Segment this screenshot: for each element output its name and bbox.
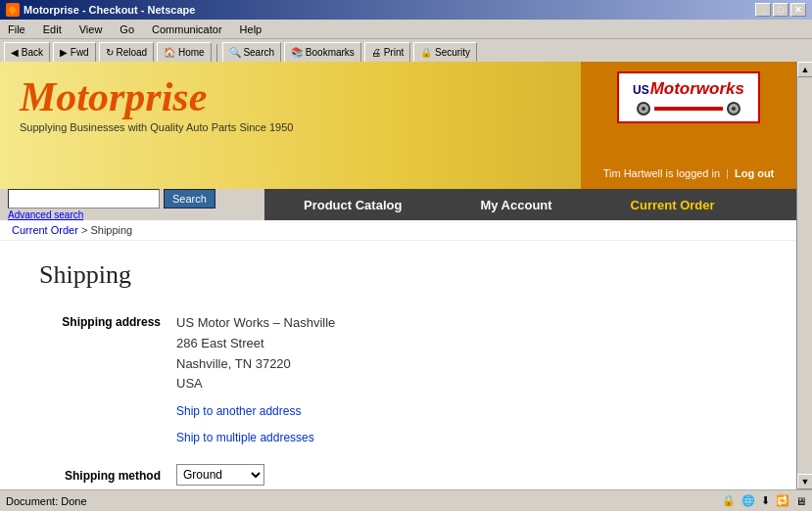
nav-links: Product Catalog My Account Current Order	[264, 189, 796, 220]
search-input[interactable]	[8, 189, 160, 209]
address-line2: 286 East Street	[176, 334, 335, 354]
status-icon-2: 🌐	[741, 494, 755, 507]
reload-button[interactable]: ↻ Reload	[99, 42, 154, 64]
ship-to-another-link[interactable]: Ship to another address	[176, 402, 335, 421]
toolbar-divider	[216, 44, 217, 62]
page-content: Shipping Shipping address US Motor Works…	[0, 241, 796, 489]
address-line3: Nashville, TN 37220	[176, 354, 335, 375]
shipping-address-row: Shipping address US Motor Works – Nashvi…	[39, 313, 757, 448]
shipping-address-label: Shipping address	[39, 313, 176, 329]
home-button[interactable]: 🏠 Home	[157, 42, 211, 64]
window-title: Motorprise - Checkout - Netscape	[24, 4, 195, 16]
nav-current-order[interactable]: Current Order	[592, 189, 754, 220]
statusbar: Document: Done 🔒 🌐 ⬇ 🔁 🖥	[0, 489, 812, 511]
menu-go[interactable]: Go	[116, 23, 138, 36]
page-header: Motorprise Supplying Businesses with Qua…	[0, 62, 796, 189]
shipping-address-value: US Motor Works – Nashville 286 East Stre…	[176, 313, 335, 448]
menu-communicator[interactable]: Communicator	[148, 23, 226, 36]
logout-link[interactable]: Log out	[735, 167, 774, 179]
us-text: US	[633, 83, 649, 97]
search-toolbar-button[interactable]: 🔍 Search	[222, 42, 281, 64]
us-motorworks-logo: US Motorworks	[617, 71, 760, 123]
shipping-method-label: Shipping method	[39, 467, 176, 483]
address-line4: USA	[176, 374, 335, 395]
nav-product-catalog[interactable]: Product Catalog	[264, 189, 441, 220]
status-icon-4: 🔁	[776, 494, 789, 507]
site-logo[interactable]: Motorprise	[20, 76, 561, 117]
status-icon-1: 🔒	[722, 494, 736, 507]
motorworks-text: Motorworks	[650, 79, 744, 99]
scrollbar-right: ▲ ▼	[796, 62, 812, 489]
login-text: Tim Hartwell is logged in	[603, 167, 720, 179]
status-icon-3: ⬇	[761, 494, 770, 507]
scroll-down-button[interactable]: ▼	[797, 474, 812, 489]
separator: |	[726, 167, 729, 179]
shipping-method-row: Shipping method Ground Express Overnight	[39, 464, 757, 486]
advanced-search-link[interactable]: Advanced search	[8, 209, 257, 220]
menu-help[interactable]: Help	[236, 23, 266, 36]
wheel-right-icon	[727, 102, 740, 116]
menu-file[interactable]: File	[4, 23, 29, 36]
site-tagline: Supplying Businesses with Quality Auto P…	[20, 121, 561, 133]
menubar: File Edit View Go Communicator Help	[0, 20, 812, 39]
breadcrumb-shipping: Shipping	[90, 224, 132, 236]
bookmarks-button[interactable]: 📚 Bookmarks	[284, 42, 361, 64]
login-status: Tim Hartwell is logged in | Log out	[603, 167, 775, 179]
breadcrumb-separator: >	[81, 224, 87, 236]
nav-bar: Search Advanced search Product Catalog M…	[0, 189, 796, 220]
forward-button[interactable]: ▶ Fwd	[53, 42, 96, 64]
partner-logo-section: US Motorworks Tim Hartwell is logged in …	[581, 62, 796, 189]
window-titlebar: 🔶 Motorprise - Checkout - Netscape _ □ ✕	[0, 0, 812, 20]
security-button[interactable]: 🔒 Security	[413, 42, 477, 64]
close-button[interactable]: ✕	[790, 3, 806, 17]
wheel-left-icon	[637, 102, 650, 116]
menu-view[interactable]: View	[75, 23, 107, 36]
address-line1: US Motor Works – Nashville	[176, 313, 335, 334]
shipping-method-value: Ground Express Overnight	[176, 464, 264, 486]
minimize-button[interactable]: _	[755, 3, 771, 17]
page-title: Shipping	[39, 260, 757, 290]
maximize-button[interactable]: □	[773, 3, 788, 17]
print-button[interactable]: 🖨 Print	[364, 42, 410, 64]
search-section: Search Advanced search	[0, 189, 264, 220]
window-controls: _ □ ✕	[755, 3, 806, 17]
scroll-up-button[interactable]: ▲	[797, 62, 812, 77]
window-icon: 🔶	[6, 3, 20, 17]
breadcrumb: Current Order > Shipping	[0, 220, 796, 241]
back-button[interactable]: ◀ Back	[4, 42, 50, 64]
search-button[interactable]: Search	[164, 189, 215, 209]
nav-my-account[interactable]: My Account	[441, 189, 591, 220]
status-text: Document: Done	[6, 495, 87, 507]
breadcrumb-current-order[interactable]: Current Order	[12, 224, 78, 236]
menu-edit[interactable]: Edit	[39, 23, 66, 36]
ship-to-multiple-link[interactable]: Ship to multiple addresses	[176, 429, 335, 447]
status-icon-5: 🖥	[795, 495, 806, 507]
shipping-method-select[interactable]: Ground Express Overnight	[176, 464, 264, 486]
